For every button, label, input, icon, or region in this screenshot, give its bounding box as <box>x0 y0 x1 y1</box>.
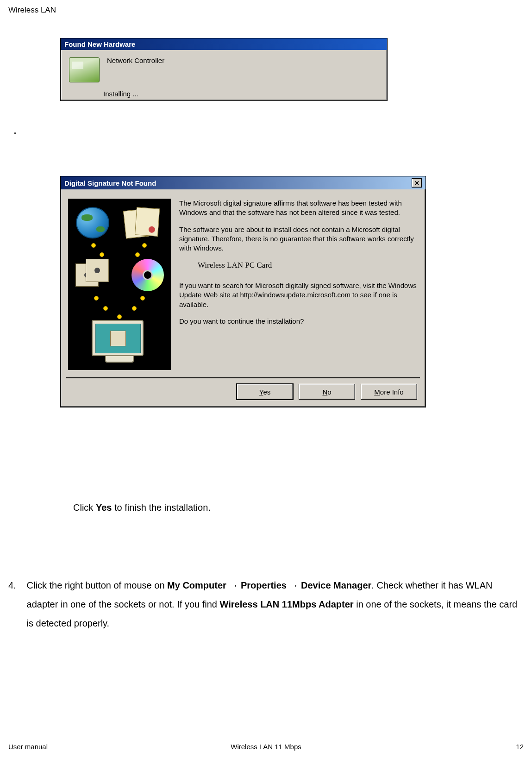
page-header: Wireless LAN <box>8 6 56 15</box>
page-footer: User manual Wireless LAN 11 Mbps 12 <box>8 743 524 751</box>
step-body: Click the right button of mouse on My Co… <box>27 576 518 633</box>
close-button[interactable]: ✕ <box>412 178 422 188</box>
monitor-icon <box>92 320 147 364</box>
footer-left: User manual <box>8 743 48 751</box>
yes-button[interactable]: Yes <box>237 384 293 400</box>
hardware-icon <box>69 57 100 82</box>
footer-right: 12 <box>516 743 524 751</box>
hardware-name: Network Controller <box>107 56 164 82</box>
install-status: Installing ... <box>61 90 387 100</box>
found-new-hardware-dialog: Found New Hardware Network Controller In… <box>60 38 388 101</box>
cd-icon <box>131 259 164 291</box>
dialog-title-text: Digital Signature Not Found <box>64 179 156 187</box>
globe-icon <box>76 207 109 238</box>
instruction-click-yes: Click Yes to finish the installation. <box>73 502 211 513</box>
certificates-icon <box>125 208 163 238</box>
device-name: Wireless LAN PC Card <box>179 260 418 271</box>
digital-signature-dialog: Digital Signature Not Found ✕ The Micros… <box>60 176 426 407</box>
floppy-icon <box>75 259 117 291</box>
signature-paragraph-2: The software you are about to install do… <box>179 225 418 253</box>
step-number: 4. <box>8 576 24 595</box>
signature-paragraph-1: The Microsoft digital signature affirms … <box>179 199 418 218</box>
footer-center: Wireless LAN 11 Mbps <box>231 743 301 751</box>
no-button[interactable]: No <box>299 384 355 400</box>
step-4: 4. Click the right button of mouse on My… <box>8 576 519 633</box>
signature-graphic <box>68 199 171 370</box>
more-info-button[interactable]: More Info <box>361 384 417 400</box>
bullet-dot: . <box>14 126 16 136</box>
dialog-titlebar: Digital Signature Not Found ✕ <box>61 176 426 189</box>
dialog-titlebar: Found New Hardware <box>61 38 387 50</box>
signature-paragraph-4: Do you want to continue the installation… <box>179 317 418 326</box>
separator <box>66 377 420 378</box>
signature-paragraph-3: If you want to search for Microsoft digi… <box>179 281 418 309</box>
